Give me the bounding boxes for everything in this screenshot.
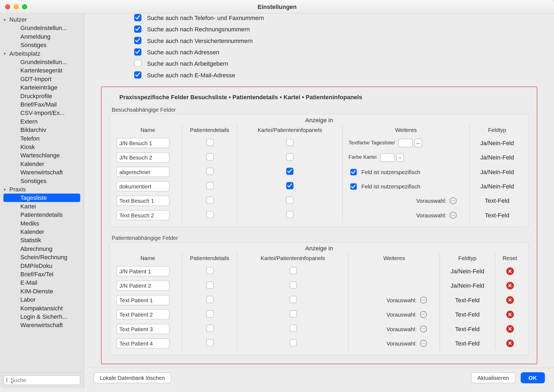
sidebar-item[interactable]: Kiosk (4, 143, 80, 151)
search-option-checkbox[interactable] (134, 71, 141, 79)
sidebar-item[interactable]: Statistik (4, 236, 80, 244)
sidebar-item[interactable]: Labor (4, 295, 80, 304)
sidebar-item[interactable]: Abrechnung (4, 244, 80, 253)
sidebar-group-praxis[interactable]: ▾Praxis (2, 185, 82, 194)
user-specific-checkbox[interactable] (350, 169, 357, 175)
sidebar-item[interactable]: Warenwirtschaft (4, 321, 80, 329)
sidebar-item[interactable]: Mediks (4, 219, 80, 227)
sidebar-item[interactable]: Kartei (4, 202, 80, 210)
search-option-checkbox[interactable] (134, 60, 141, 67)
sidebar-item[interactable]: Patientendetails (4, 211, 80, 219)
reset-icon[interactable] (506, 311, 514, 318)
sidebar-item[interactable]: Telefon (4, 134, 80, 142)
show-in-kartei-checkbox[interactable] (286, 139, 294, 146)
show-in-kartei-checkbox[interactable] (289, 267, 297, 274)
sidebar-item[interactable]: Druckprofile (4, 92, 80, 100)
search-input[interactable] (10, 377, 83, 384)
show-in-details-checkbox[interactable] (206, 182, 213, 190)
sidebar-item[interactable]: Extern (4, 117, 80, 125)
ok-button[interactable]: OK (520, 372, 545, 383)
search-option-checkbox[interactable] (134, 25, 141, 33)
delete-local-db-button[interactable]: Lokale Datenbank löschen (93, 372, 171, 383)
more-icon[interactable] (420, 325, 427, 332)
field-name-input[interactable] (116, 266, 169, 276)
show-in-kartei-checkbox[interactable] (286, 197, 294, 204)
field-name-input[interactable] (116, 138, 169, 148)
show-in-details-checkbox[interactable] (206, 139, 213, 146)
color-swatch[interactable] (380, 153, 394, 162)
reset-icon[interactable] (506, 340, 514, 347)
sidebar-item[interactable]: CSV-Import/Ex... (4, 109, 80, 117)
sidebar-item[interactable]: DMP/eDoku (4, 261, 80, 270)
sidebar-item[interactable]: Grundeinstellun... (4, 58, 80, 66)
field-name-input[interactable] (116, 181, 169, 191)
reset-icon[interactable] (506, 325, 514, 333)
show-in-kartei-checkbox[interactable] (289, 325, 297, 332)
show-in-details-checkbox[interactable] (206, 153, 213, 161)
sidebar-item[interactable]: Grundeinstellun... (4, 24, 80, 32)
refresh-button[interactable]: Aktualisieren (471, 372, 515, 383)
field-name-input[interactable] (116, 152, 169, 163)
show-in-details-checkbox[interactable] (206, 296, 213, 303)
show-in-kartei-checkbox[interactable] (289, 296, 297, 303)
color-swatch[interactable] (398, 139, 413, 147)
show-in-kartei-checkbox[interactable] (286, 168, 294, 175)
show-in-details-checkbox[interactable] (206, 211, 213, 218)
field-name-input[interactable] (116, 338, 169, 348)
sidebar-item[interactable]: Bildarchiv (4, 126, 80, 134)
color-reset-button[interactable]: – (396, 153, 404, 162)
show-in-details-checkbox[interactable] (206, 281, 213, 289)
reset-icon[interactable] (506, 282, 514, 289)
sidebar-tree[interactable]: ▾NutzerGrundeinstellun...AnmeldungSonsti… (0, 14, 84, 372)
show-in-kartei-checkbox[interactable] (289, 310, 297, 318)
show-in-details-checkbox[interactable] (206, 168, 213, 175)
show-in-kartei-checkbox[interactable] (286, 182, 294, 190)
show-in-details-checkbox[interactable] (206, 310, 213, 318)
field-name-input[interactable] (116, 196, 169, 206)
more-icon[interactable] (420, 311, 427, 318)
sidebar-item[interactable]: KIM-Dienste (4, 287, 80, 295)
more-icon[interactable] (450, 197, 457, 204)
sidebar-item[interactable]: E-Mail (4, 278, 80, 287)
field-name-input[interactable] (116, 310, 169, 320)
reset-icon[interactable] (506, 296, 514, 304)
sidebar-item[interactable]: Kalender (4, 160, 80, 168)
sidebar-group-nutzer[interactable]: ▾Nutzer (2, 15, 82, 24)
more-icon[interactable] (420, 340, 427, 347)
sidebar-item[interactable]: Kartenlesegerät (4, 66, 80, 75)
sidebar-item[interactable]: Brief/Fax/Tel (4, 270, 80, 278)
sidebar-item[interactable]: Karteieinträge (4, 83, 80, 92)
field-name-input[interactable] (116, 295, 169, 305)
show-in-details-checkbox[interactable] (206, 339, 213, 346)
search-option-checkbox[interactable] (134, 37, 141, 44)
user-specific-checkbox[interactable] (350, 183, 357, 190)
show-in-kartei-checkbox[interactable] (289, 281, 297, 289)
sidebar-item[interactable]: Sonstiges (4, 41, 80, 49)
sidebar-group-arbeitsplatz[interactable]: ▾Arbeitsplatz (2, 49, 82, 58)
search-option-checkbox[interactable] (134, 48, 141, 56)
field-name-input[interactable] (116, 210, 169, 220)
sidebar-item[interactable]: Brief/Fax/Mail (4, 100, 80, 109)
show-in-kartei-checkbox[interactable] (289, 339, 297, 346)
field-name-input[interactable] (116, 324, 169, 334)
field-name-input[interactable] (116, 281, 169, 291)
more-icon[interactable] (450, 212, 457, 218)
sidebar-item[interactable]: Warenwirtschaft (4, 168, 80, 177)
show-in-details-checkbox[interactable] (206, 197, 213, 204)
sidebar-item[interactable]: Kalender (4, 228, 80, 236)
show-in-kartei-checkbox[interactable] (286, 211, 294, 218)
sidebar-item[interactable]: Warteschlange (4, 151, 80, 160)
show-in-details-checkbox[interactable] (206, 325, 213, 332)
sidebar-item[interactable]: Schein/Rechnung (4, 253, 80, 261)
sidebar-item[interactable]: Anmeldung (4, 32, 80, 41)
show-in-details-checkbox[interactable] (206, 267, 213, 274)
show-in-kartei-checkbox[interactable] (286, 153, 294, 161)
more-icon[interactable] (420, 297, 427, 303)
sidebar-item[interactable]: Kompaktansicht (4, 304, 80, 312)
sidebar-item[interactable]: GDT-Import (4, 75, 80, 83)
reset-icon[interactable] (506, 267, 514, 275)
sidebar-item[interactable]: Tagesliste (4, 194, 80, 202)
search-option-checkbox[interactable] (134, 14, 141, 21)
color-reset-button[interactable]: – (414, 139, 422, 147)
field-name-input[interactable] (116, 167, 169, 177)
